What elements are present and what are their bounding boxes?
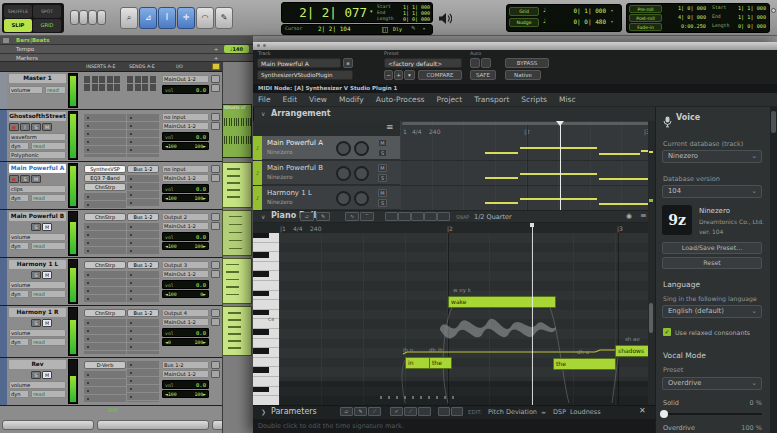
solo-button[interactable]: S bbox=[31, 371, 41, 379]
arrangement-collapse-icon[interactable]: ∨ bbox=[261, 110, 265, 117]
pan-readout[interactable]: ◄100100► bbox=[162, 242, 209, 250]
param-tool-button[interactable]: ⟋ bbox=[404, 407, 417, 416]
insert-plugin[interactable]: D-Verb bbox=[84, 361, 126, 369]
pan-readout[interactable]: ◄100100► bbox=[162, 142, 209, 150]
note-lyric[interactable]: in bbox=[405, 357, 432, 369]
vibrato-tool-button[interactable]: ⌒ bbox=[360, 212, 374, 221]
pointer-tool-button[interactable]: ▱ bbox=[300, 212, 314, 221]
solo-button[interactable]: S bbox=[31, 223, 41, 231]
pan-readout[interactable]: ◄100100► bbox=[162, 390, 209, 398]
insert-slots-empty[interactable] bbox=[84, 193, 126, 208]
output-selector[interactable]: MainOut 1-2 bbox=[162, 370, 209, 378]
compare-button[interactable]: COMPARE bbox=[418, 70, 462, 80]
param-tool-button[interactable] bbox=[438, 407, 450, 416]
insert-plugin[interactable]: ChnStrp bbox=[84, 309, 126, 317]
cycle-arrows-icon[interactable]: ◂▸ bbox=[541, 409, 546, 415]
pencil-automation-icon[interactable]: ✎ bbox=[411, 25, 416, 31]
ruler-menu-icon[interactable] bbox=[3, 38, 9, 43]
track-dyn-selector[interactable]: dyn bbox=[9, 142, 29, 150]
inserts-header[interactable]: INSERTS A-E bbox=[86, 64, 116, 69]
insert-slots-empty[interactable] bbox=[84, 371, 126, 402]
mode-toggle-button[interactable] bbox=[437, 212, 450, 221]
insert-plugin[interactable]: ChnStrp bbox=[84, 261, 126, 269]
track-options-button[interactable] bbox=[211, 270, 220, 278]
track-options-button[interactable] bbox=[211, 261, 220, 269]
arrangement-hscrollbar[interactable] bbox=[402, 122, 650, 125]
send-assignment[interactable]: Bus 1-2 bbox=[127, 261, 159, 269]
send-assignment[interactable]: Bus 1-2 bbox=[127, 213, 159, 221]
menu-view[interactable]: View bbox=[309, 95, 327, 104]
insert-slots-empty[interactable] bbox=[84, 223, 126, 254]
track-view-selector[interactable]: waveform bbox=[9, 133, 66, 141]
send-slots-empty[interactable] bbox=[127, 319, 159, 354]
volume-readout[interactable]: vol0.0 bbox=[162, 232, 209, 241]
bypass-button[interactable]: BYPASS bbox=[505, 58, 549, 68]
fade-in-value[interactable]: 0:00.250 bbox=[664, 23, 706, 29]
pre-roll-chip[interactable]: Pre-roll bbox=[629, 5, 662, 13]
note-segment[interactable] bbox=[599, 203, 653, 205]
arrangement-menu-icon[interactable]: ≡ bbox=[386, 122, 394, 132]
note-lyric[interactable]: wake bbox=[448, 296, 556, 308]
pencil-tool-button[interactable]: ✎ bbox=[316, 212, 330, 221]
auto-enable-button[interactable] bbox=[470, 58, 480, 68]
arr-solo-button[interactable]: S bbox=[378, 149, 387, 157]
ruler-markers-label[interactable]: Markers bbox=[16, 55, 38, 61]
output-selector[interactable]: MainOut 1-2 bbox=[162, 270, 209, 278]
track-options-button[interactable] bbox=[211, 309, 220, 317]
librarian-preset-selector[interactable]: <factory default> bbox=[384, 58, 462, 68]
send-slots-empty[interactable] bbox=[127, 223, 159, 254]
track-automation-selector[interactable]: read bbox=[31, 194, 66, 202]
solid-slider-track[interactable] bbox=[662, 413, 762, 415]
param-tool-button[interactable]: ⟋ bbox=[368, 407, 381, 416]
plugin-name-selector[interactable]: SynthesizerVStudioPlugin bbox=[257, 70, 353, 80]
note-segment[interactable] bbox=[485, 177, 518, 179]
volume-readout[interactable]: vol0.0 bbox=[162, 132, 209, 141]
output-selector[interactable]: MainOut 1-2 bbox=[162, 122, 209, 130]
send-slots-empty[interactable] bbox=[127, 175, 159, 206]
note-segment[interactable] bbox=[520, 147, 597, 149]
bottom-toolbar-button[interactable] bbox=[97, 420, 209, 430]
pan-readout[interactable]: ◄0100► bbox=[162, 338, 209, 346]
track-dyn-selector[interactable]: dyn bbox=[9, 290, 29, 298]
input-selector[interactable]: no input bbox=[162, 113, 209, 121]
track-color-strip[interactable] bbox=[0, 162, 7, 209]
arr-solo-button[interactable]: S bbox=[378, 174, 387, 182]
main-counter[interactable]: 2| 2| 077 bbox=[283, 3, 367, 22]
track-name[interactable]: GhostsofthStreet bbox=[9, 112, 66, 121]
note-phoneme[interactable]: dh a bbox=[577, 349, 589, 355]
nudge-chip[interactable]: Nudge bbox=[509, 18, 539, 27]
sends-header[interactable]: SENDS A-E bbox=[129, 64, 155, 69]
track-options-button[interactable] bbox=[211, 122, 220, 130]
trim-tool-button[interactable]: ⊿ bbox=[139, 7, 157, 29]
toolbar-expand-button[interactable] bbox=[771, 8, 776, 13]
track-automation-selector[interactable]: read bbox=[31, 390, 66, 398]
note-phoneme[interactable]: w ey k bbox=[453, 287, 471, 293]
grid-caret-icon[interactable]: ▾ bbox=[611, 8, 613, 13]
input-selector[interactable]: Bus 1-2 bbox=[162, 361, 209, 369]
pan-readout[interactable]: ◄100100► bbox=[162, 194, 209, 202]
output-selector[interactable]: MainOut 1-2 bbox=[162, 174, 209, 182]
counter-caret-icon[interactable]: ▾ bbox=[370, 8, 373, 14]
output-selector[interactable]: MainOut 1-2 bbox=[162, 318, 209, 326]
record-arm-button[interactable]: ● bbox=[9, 123, 19, 131]
pan-readout[interactable]: ◄1000► bbox=[162, 290, 209, 298]
track-name-selected[interactable]: Main Powerful A bbox=[9, 164, 66, 173]
plugin-titlebar[interactable] bbox=[253, 42, 777, 50]
arr-mute-button[interactable]: M bbox=[378, 139, 387, 147]
voice-mode-selector[interactable]: Polyphonic bbox=[9, 151, 66, 159]
track-options-button[interactable] bbox=[211, 165, 220, 173]
insert-slots-empty[interactable] bbox=[84, 319, 126, 354]
track-options-button[interactable] bbox=[211, 361, 220, 369]
piano-black-keys[interactable] bbox=[253, 233, 269, 405]
track-automation-selector[interactable]: read bbox=[31, 290, 66, 298]
track-view-selector[interactable]: volume bbox=[9, 86, 43, 94]
param-tool-button[interactable]: ✓ bbox=[390, 407, 403, 416]
playhead-handle-icon[interactable] bbox=[530, 223, 534, 227]
folder-icon[interactable] bbox=[212, 63, 220, 70]
piano-roll-collapse-icon[interactable]: ∨ bbox=[261, 213, 265, 220]
tempo-event-chip[interactable]: ♩140 bbox=[224, 45, 249, 53]
audio-clip[interactable] bbox=[222, 104, 252, 158]
pan-knob[interactable] bbox=[336, 141, 351, 156]
track-dyn-selector[interactable]: dyn bbox=[9, 338, 29, 346]
safe-button[interactable]: SAFE bbox=[470, 70, 496, 80]
